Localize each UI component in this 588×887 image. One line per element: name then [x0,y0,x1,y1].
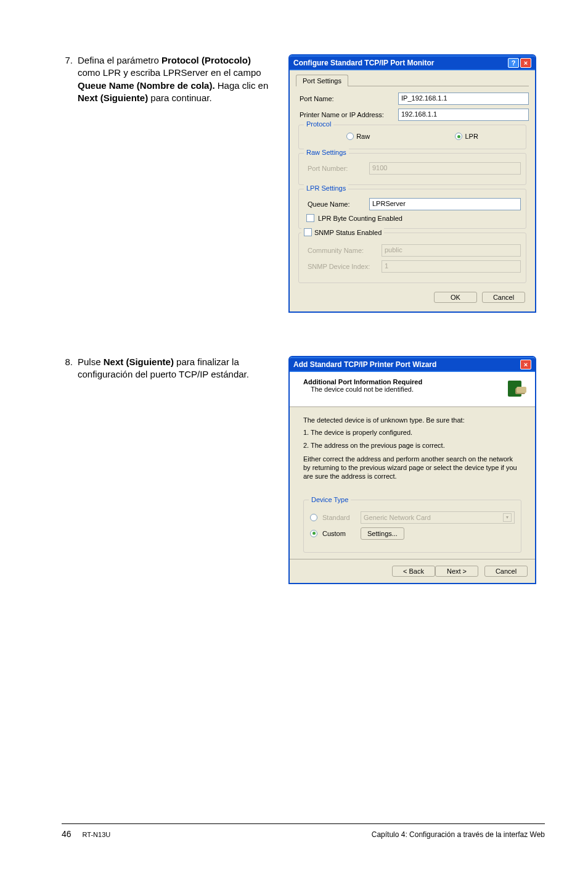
snmp-index-label: SNMP Device Index: [308,263,375,270]
help-icon[interactable]: ? [508,58,519,68]
wizard-para: Either correct the address and perform a… [303,455,521,481]
dialog-buttons: OK Cancel [296,287,529,304]
port-name-input[interactable]: IP_192.168.1.1 [398,93,529,105]
radio-icon [455,133,462,140]
radio-lpr-label: LPR [465,133,478,140]
dialog-body: Additional Port Information Required The… [290,372,535,583]
dialog-titlebar: Add Standard TCP/IP Printer Port Wizard … [290,357,535,372]
step-8-section: 8. Pulse Next (Siguiente) para finalizar… [62,356,545,584]
lpr-byte-counting-label: LPR Byte Counting Enabled [318,215,402,222]
port-number-row: Port Number: 9100 [308,162,521,175]
step-7-section: 7. Defina el parámetro Protocol (Protoco… [62,54,545,313]
text-bold: Next (Siguiente) [78,93,148,103]
text-bold: Queue Name (Nombre de cola). [78,80,215,91]
dialog-title: Add Standard TCP/IP Printer Port Wizard [293,360,436,369]
text-bold: Next (Siguiente) [104,357,174,367]
custom-row[interactable]: Custom Settings... [310,527,515,540]
dialog-body: Port Settings Port Name: IP_192.168.1.1 … [290,70,535,311]
protocol-options: Raw LPR [304,130,521,142]
standard-row[interactable]: Standard Generic Network Card ▾ [310,511,515,524]
standard-label: Standard [322,513,356,522]
cancel-button[interactable]: Cancel [482,292,525,303]
snmp-index-input: 1 [382,260,521,273]
step-body: Pulse Next (Siguiente) para finalizar la… [78,356,271,381]
community-label: Community Name: [308,247,375,254]
text: para continuar. [148,93,211,103]
protocol-groupbox: Protocol Raw LPR [298,125,526,149]
combo-value: Generic Network Card [364,513,431,522]
next-button[interactable]: Next > [435,566,478,577]
checkbox-icon [304,228,312,236]
printer-icon [504,378,526,400]
standard-combo: Generic Network Card ▾ [361,511,515,524]
step-number: 8. [62,356,78,381]
document-page: 7. Defina el parámetro Protocol (Protoco… [0,0,588,887]
configure-port-dialog: Configure Standard TCP/IP Port Monitor ?… [288,54,536,313]
text: Pulse [78,357,104,367]
checkbox-icon [306,214,314,222]
model-label: RT-N13U [83,831,111,838]
port-name-label: Port Name: [300,95,392,102]
radio-lpr[interactable]: LPR [455,133,478,140]
queue-name-row: Queue Name: LPRServer [308,198,521,210]
step-body: Defina el parámetro Protocol (Protocolo)… [78,54,271,104]
raw-settings-title: Raw Settings [304,149,349,156]
chevron-down-icon: ▾ [503,513,512,522]
back-button[interactable]: < Back [392,566,435,577]
radio-raw-label: Raw [356,133,370,140]
cancel-button[interactable]: Cancel [484,566,528,577]
printer-address-row: Printer Name or IP Address: 192.168.1.1 [300,109,529,121]
wizard-list-item: 1. The device is properly configured. [303,428,521,437]
radio-icon [346,133,354,140]
wizard-header: Additional Port Information Required The… [290,372,535,407]
device-type-title: Device Type [309,495,351,504]
printer-address-input[interactable]: 192.168.1.1 [398,109,529,121]
wizard-content: The detected device is of unknown type. … [290,407,535,559]
wizard-header-sub: The device could not be identified. [303,386,422,393]
protocol-title: Protocol [304,120,333,128]
snmp-title-row[interactable]: SNMP Status Enabled [301,228,384,236]
step-8-text: 8. Pulse Next (Siguiente) para finalizar… [62,356,271,381]
dialog-title: Configure Standard TCP/IP Port Monitor [293,59,434,67]
page-footer: 46 RT-N13U Capítulo 4: Configuración a t… [62,823,545,839]
snmp-title: SNMP Status Enabled [314,229,382,236]
port-number-input: 9100 [369,162,521,175]
wizard-header-text: Additional Port Information Required The… [303,378,422,400]
close-icon[interactable]: × [520,58,531,68]
titlebar-controls: × [520,360,531,369]
close-icon[interactable]: × [520,360,531,369]
tab-port-settings[interactable]: Port Settings [296,75,348,86]
tab-strip: Port Settings [296,74,529,86]
settings-button[interactable]: Settings... [361,527,404,540]
queue-name-input[interactable]: LPRServer [369,198,521,210]
radio-icon [310,514,317,521]
custom-label: Custom [322,529,356,538]
dialog-titlebar: Configure Standard TCP/IP Port Monitor ?… [290,56,535,70]
wizard-dialog: Add Standard TCP/IP Printer Port Wizard … [288,356,536,584]
radio-icon [310,530,317,537]
wizard-buttons: < Back Next > Cancel [290,559,535,583]
printer-address-label: Printer Name or IP Address: [300,111,392,118]
page-number: 46 [62,829,71,839]
snmp-index-row: SNMP Device Index: 1 [308,260,521,273]
text: como LPR y escriba LPRServer en el campo [78,67,261,78]
text: Defina el parámetro [78,55,161,65]
text-bold: Protocol (Protocolo) [161,55,251,65]
lpr-settings-groupbox: LPR Settings Queue Name: LPRServer LPR B… [298,189,526,229]
lpr-byte-counting-row[interactable]: LPR Byte Counting Enabled [306,214,521,222]
port-number-label: Port Number: [308,165,363,172]
snmp-groupbox: SNMP Status Enabled Community Name: publ… [298,233,526,283]
wizard-list-item: 2. The address on the previous page is c… [303,441,521,450]
step-7-text: 7. Defina el parámetro Protocol (Protoco… [62,54,271,104]
step-number: 7. [62,54,78,104]
footer-left: 46 RT-N13U [62,829,110,839]
ok-button[interactable]: OK [434,292,477,303]
radio-raw[interactable]: Raw [346,133,370,140]
chapter-label: Capítulo 4: Configuración a través de la… [372,830,545,839]
wizard-para: The detected device is of unknown type. … [303,416,521,424]
device-type-groupbox: Device Type Standard Generic Network Car… [303,500,521,553]
lpr-settings-title: LPR Settings [304,184,348,192]
titlebar-controls: ? × [508,58,531,68]
port-name-row: Port Name: IP_192.168.1.1 [300,93,529,105]
raw-settings-groupbox: Raw Settings Port Number: 9100 [298,153,526,185]
